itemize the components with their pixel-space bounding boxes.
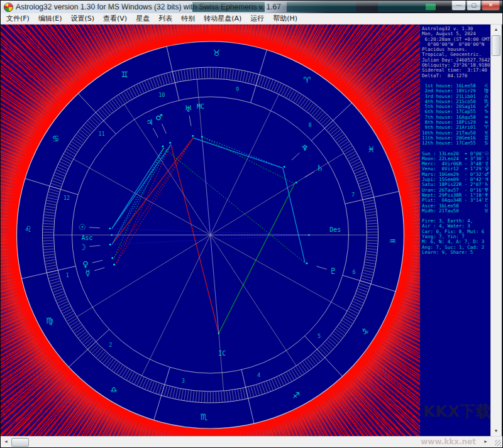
pluto-dot (306, 263, 308, 265)
natal-chart-wheel: ♈♉♊♋♌♍♎♏♐♑♒♓123456789101112☉☽☿♀♂♃♄♅♆♇Asc… (1, 25, 420, 437)
background-window-artifact (287, 2, 356, 12)
sidebar-header-line-9: DeltaT: 84.1270 (422, 74, 490, 79)
title-bar[interactable]: Astrolog32 version 1.30 for MS Windows (… (1, 1, 502, 13)
horizontal-scroll-thumb[interactable] (11, 438, 29, 447)
chart-canvas: ♈♉♊♋♌♍♎♏♐♑♒♓123456789101112☉☽☿♀♂♃♄♅♆♇Asc… (1, 25, 420, 436)
sun-icon: ☉ (79, 222, 86, 232)
house-number-2: 2 (109, 342, 112, 348)
mars-icon: ♂ (155, 112, 163, 122)
stats-line-6: Learn: 9, Share: 5 (422, 250, 490, 255)
angle-label-mc: MC (197, 103, 204, 110)
jupiter-icon: ♃ (146, 117, 153, 127)
maximize-button[interactable]: ▢ (467, 1, 481, 11)
house-number-6: 6 (352, 269, 355, 275)
scroll-down-button[interactable]: ▼ (491, 426, 501, 436)
house-number-8: 8 (309, 122, 312, 128)
house-number-10: 10 (158, 92, 165, 98)
menu-item-0[interactable]: 文件(F) (2, 14, 34, 24)
angle-label-asc: Asc (82, 234, 93, 241)
des-point-dot (308, 234, 310, 236)
moon-dot (109, 244, 111, 246)
jupiter-dot (162, 146, 164, 148)
menu-item-4[interactable]: 星盘 (131, 14, 154, 24)
venus-icon: ♀ (82, 260, 89, 269)
menu-item-9[interactable]: 帮助(H) (268, 14, 302, 24)
zodiac-sign-icon-1: ♉ (213, 48, 221, 58)
neptune-dot (284, 166, 285, 168)
zodiac-sign-icon-2: ♊ (121, 70, 128, 79)
zodiac-sign-icon-11: ♓ (368, 145, 375, 154)
zodiac-sign-icon-0: ♈ (303, 75, 311, 85)
zodiac-sign-icon-10: ♒ (389, 236, 397, 246)
mercury-dot (113, 264, 115, 266)
house-number-5: 5 (318, 333, 321, 339)
zodiac-sign-icon-6: ♎ (110, 385, 118, 395)
menu-item-2[interactable]: 设置(S) (66, 14, 99, 24)
house-number-4: 4 (257, 372, 260, 378)
menu-item-1[interactable]: 编辑(E) (34, 14, 67, 24)
horizontal-scrollbar[interactable]: ◄ www.kkx.net ► (1, 436, 502, 447)
house-row-12: 12th house: 17Can55♋ (422, 141, 490, 146)
app-icon (4, 3, 13, 12)
neptune-icon: ♆ (301, 143, 309, 153)
menu-bar: 文件(F)编辑(E)设置(S)查看(V)星盘列表特别转动星盘(A)运行帮助(H) (1, 13, 502, 25)
zodiac-sign-icon-3: ♋ (52, 134, 60, 143)
pluto-icon: ♇ (329, 266, 337, 276)
zodiac-sign-icon-7: ♏ (201, 412, 208, 422)
window-title: Astrolog32 version 1.30 for MS Windows (… (16, 3, 281, 11)
mc-point-dot (201, 136, 203, 138)
close-button[interactable]: ✕ (482, 1, 500, 11)
scrollbar-corner (491, 437, 502, 447)
vertical-scroll-thumb[interactable] (492, 35, 500, 56)
planet-row-11-glyph: ♉ (484, 209, 489, 214)
angle-label-des: Des (329, 226, 341, 233)
menu-item-6[interactable]: 特别 (177, 14, 199, 24)
house-number-3: 3 (182, 378, 185, 384)
scroll-right-button[interactable]: ► (480, 437, 491, 447)
saturn-dot (296, 182, 297, 183)
uranus-dot (192, 135, 194, 137)
venus-dot (111, 257, 113, 259)
menu-item-3[interactable]: 查看(V) (99, 14, 131, 24)
asc-point-dot (111, 234, 113, 236)
house-number-9: 9 (236, 86, 239, 92)
scroll-left-button[interactable]: ◄ (1, 437, 11, 447)
menu-item-8[interactable]: 运行 (246, 14, 268, 24)
background-window-artifact (426, 4, 436, 10)
zodiac-sign-icon-5: ♍ (46, 316, 53, 325)
kkx-watermark: KKX下载 (423, 409, 490, 414)
house-number-11: 11 (98, 131, 104, 137)
horizontal-scroll-track[interactable] (29, 437, 480, 447)
chart-info-sidebar: KKX下载 Astrolog32 v. 1.30Mon, August 5, 2… (420, 25, 490, 436)
house-number-7: 7 (351, 192, 355, 198)
mercury-icon: ☿ (86, 268, 91, 278)
sun-dot (109, 227, 111, 229)
zodiac-sign-icon-8: ♐ (292, 391, 300, 400)
ic-point-dot (218, 332, 220, 334)
planet-row-11: Midh: 21Tau50♉ (422, 209, 490, 214)
mars-dot (169, 142, 171, 144)
resize-grip[interactable] (495, 440, 501, 446)
kkx-url-watermark: www.kkx.net (421, 437, 476, 446)
house-number-12: 12 (64, 195, 70, 201)
zodiac-sign-icon-4: ♌ (25, 224, 32, 234)
scroll-up-button[interactable]: ▲ (491, 25, 501, 35)
vertical-scrollbar[interactable]: ▲ ▼ (490, 25, 502, 436)
zodiac-sign-icon-9: ♑ (362, 327, 369, 336)
saturn-icon: ♄ (316, 163, 324, 173)
menu-item-7[interactable]: 转动星盘(A) (199, 14, 246, 24)
house-row-12-glyph: ♋ (484, 141, 489, 146)
minimize-button[interactable]: — (451, 1, 466, 11)
uranus-icon: ♅ (184, 104, 192, 114)
house-number-1: 1 (66, 272, 69, 278)
menu-item-5[interactable]: 列表 (154, 14, 177, 24)
angle-label-ic: IC (218, 350, 226, 357)
moon-icon: ☽ (79, 243, 87, 252)
astrolog32-window: Astrolog32 version 1.30 for MS Windows (… (0, 0, 503, 448)
